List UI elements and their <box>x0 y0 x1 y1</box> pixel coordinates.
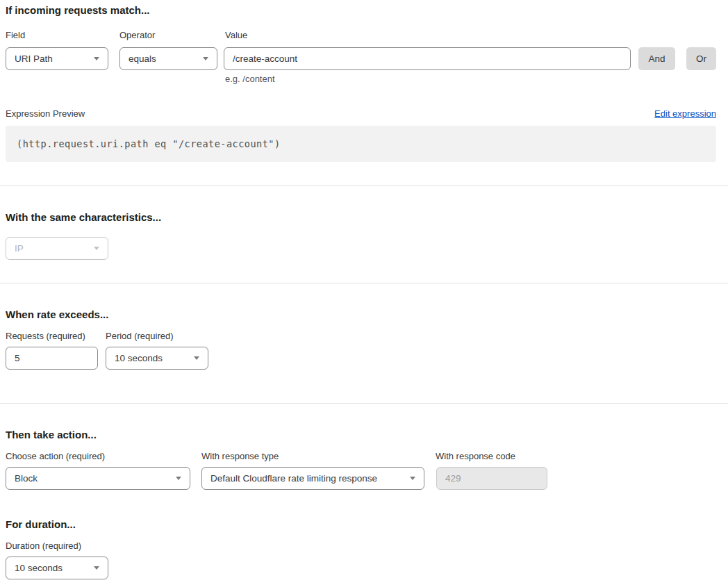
operator-select-value: equals <box>129 53 156 64</box>
characteristics-section-title: With the same characteristics... <box>6 211 161 223</box>
section-divider <box>0 403 728 404</box>
response-type-select-value: Default Cloudflare rate limiting respons… <box>210 473 377 484</box>
response-code-label: With response code <box>436 451 515 461</box>
match-section-title: If incoming requests match... <box>6 4 150 16</box>
value-label: Value <box>225 30 247 40</box>
or-button[interactable]: Or <box>686 47 716 70</box>
requests-label: Requests (required) <box>6 331 85 341</box>
requests-input[interactable] <box>6 347 98 370</box>
expression-preview-label: Expression Preview <box>6 108 85 119</box>
characteristic-select-value: IP <box>15 243 24 254</box>
period-select-value: 10 seconds <box>115 353 163 363</box>
duration-select-value: 10 seconds <box>15 563 63 573</box>
section-divider <box>0 283 728 283</box>
period-select[interactable]: 10 seconds <box>106 347 208 370</box>
response-code-input <box>436 467 547 490</box>
chevron-down-icon <box>94 566 99 570</box>
chevron-down-icon <box>176 477 181 480</box>
chevron-down-icon <box>194 356 199 360</box>
expression-preview-code-block: (http.request.uri.path eq "/create-accou… <box>6 126 716 162</box>
value-helper-text: e.g. /content <box>225 74 275 84</box>
edit-expression-link[interactable]: Edit expression <box>654 108 716 119</box>
duration-select[interactable]: 10 seconds <box>6 557 108 579</box>
expression-code: (http.request.uri.path eq "/create-accou… <box>17 138 281 149</box>
chevron-down-icon <box>410 477 415 480</box>
response-type-select[interactable]: Default Cloudflare rate limiting respons… <box>201 467 424 490</box>
field-select-value: URI Path <box>15 53 53 64</box>
operator-select[interactable]: equals <box>119 47 217 70</box>
chevron-down-icon <box>203 57 208 60</box>
chevron-down-icon <box>94 247 99 250</box>
action-select[interactable]: Block <box>6 467 190 490</box>
characteristic-select: IP <box>6 237 108 260</box>
action-select-value: Block <box>15 473 38 484</box>
action-section-title: Then take action... <box>6 429 97 440</box>
duration-section-title: For duration... <box>6 518 76 530</box>
field-select[interactable]: URI Path <box>6 47 108 70</box>
field-label: Field <box>6 30 25 40</box>
response-type-label: With response type <box>201 451 279 461</box>
section-divider <box>0 186 728 186</box>
period-label: Period (required) <box>106 331 174 341</box>
rate-limiting-rule-form: If incoming requests match... Field Oper… <box>0 0 728 585</box>
choose-action-label: Choose action (required) <box>6 451 105 461</box>
duration-label: Duration (required) <box>6 541 81 551</box>
value-input[interactable] <box>224 47 631 70</box>
and-button[interactable]: And <box>638 47 675 70</box>
chevron-down-icon <box>94 57 99 60</box>
rate-section-title: When rate exceeds... <box>6 308 108 320</box>
operator-label: Operator <box>119 30 155 40</box>
